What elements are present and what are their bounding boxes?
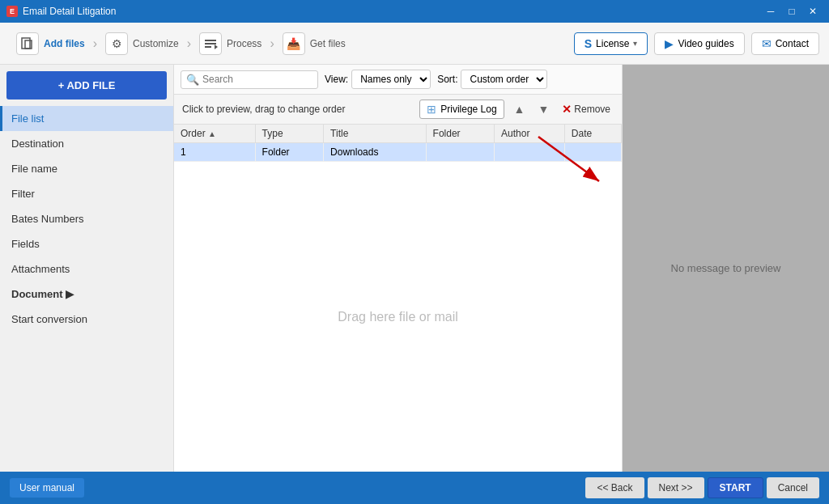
sort-label: Sort: <box>437 74 457 85</box>
navigation-buttons: << Back Next >> START Cancel <box>585 477 819 498</box>
contact-button[interactable]: ✉ Contact <box>751 32 819 55</box>
cell-order: 1 <box>174 143 255 162</box>
app-title: Email Detail Litigation <box>23 6 116 17</box>
move-down-button[interactable]: ▼ <box>534 101 552 117</box>
sidebar-item-document[interactable]: Document ▶ <box>0 282 173 307</box>
no-message-text: No message to preview <box>671 262 781 274</box>
svg-rect-4 <box>205 46 211 48</box>
video-guides-button[interactable]: ▶ Video guides <box>654 32 744 55</box>
sidebar-nav: File list Destination File name Filter B… <box>0 106 173 332</box>
col-order: Order ▲ <box>174 125 255 143</box>
view-select[interactable]: Names only All details <box>351 70 431 89</box>
remove-label: Remove <box>574 104 610 115</box>
view-select-group: View: Names only All details <box>325 70 431 89</box>
cancel-button[interactable]: Cancel <box>767 477 819 498</box>
sidebar-item-start-conversion[interactable]: Start conversion <box>0 307 173 332</box>
cell-author <box>495 143 565 162</box>
step-arrow-2: › <box>187 36 191 51</box>
video-icon: ▶ <box>665 37 674 50</box>
sidebar-item-bates-numbers[interactable]: Bates Numbers <box>0 206 173 231</box>
contact-icon: ✉ <box>762 37 772 50</box>
customize-icon: ⚙ <box>105 32 128 55</box>
svg-marker-5 <box>215 44 218 49</box>
view-label: View: <box>325 74 348 85</box>
file-table: Order ▲ Type Title Folder Author Date 1 … <box>174 125 622 162</box>
step-arrow-1: › <box>93 36 97 51</box>
sidebar-item-attachments[interactable]: Attachments <box>0 256 173 282</box>
license-button[interactable]: S License ▾ <box>574 32 648 55</box>
workflow-steps: Add files › ⚙ Customize › Process › 📥 Ge… <box>10 29 352 58</box>
license-icon: S <box>585 37 592 50</box>
app-icon: E <box>6 6 18 17</box>
next-button[interactable]: Next >> <box>648 477 704 498</box>
col-date: Date <box>564 125 621 143</box>
col-title: Title <box>324 125 427 143</box>
svg-rect-2 <box>205 40 216 41</box>
video-guides-label: Video guides <box>678 38 733 49</box>
step-process[interactable]: Process <box>193 29 268 58</box>
content-area: 🔍 View: Names only All details Sort: Cus… <box>174 65 829 472</box>
preview-panel: No message to preview <box>623 65 829 472</box>
step-add-files-label: Add files <box>44 38 85 49</box>
file-list-header: Click to preview, drag to change order ⊞… <box>174 95 622 125</box>
sidebar-item-fields[interactable]: Fields <box>0 231 173 256</box>
step-get-files-label: Get files <box>310 38 346 49</box>
remove-icon: ✕ <box>562 103 572 116</box>
add-files-icon <box>16 32 39 55</box>
back-button[interactable]: << Back <box>585 477 644 498</box>
step-process-label: Process <box>227 38 261 49</box>
window-controls: ─ □ ✕ <box>761 3 823 19</box>
cell-title: Downloads <box>324 143 427 162</box>
step-add-files[interactable]: Add files <box>10 29 91 58</box>
col-type: Type <box>255 125 324 143</box>
user-manual-button[interactable]: User manual <box>10 478 84 498</box>
privilege-log-button[interactable]: ⊞ Privilege Log <box>419 100 504 119</box>
svg-rect-0 <box>22 38 30 49</box>
sidebar-item-destination[interactable]: Destination <box>0 131 173 156</box>
step-arrow-3: › <box>270 36 274 51</box>
start-button[interactable]: START <box>708 477 763 498</box>
license-dropdown-arrow: ▾ <box>633 39 637 48</box>
toolbar: Add files › ⚙ Customize › Process › 📥 Ge… <box>0 23 829 65</box>
search-box[interactable]: 🔍 <box>181 70 318 89</box>
file-list-toolbar: 🔍 View: Names only All details Sort: Cus… <box>174 65 622 95</box>
table-row[interactable]: 1 Folder Downloads <box>174 143 622 162</box>
toolbar-buttons: S License ▾ ▶ Video guides ✉ Contact <box>574 32 819 55</box>
click-preview-text: Click to preview, drag to change order <box>182 104 413 115</box>
sidebar-item-file-name[interactable]: File name <box>0 156 173 181</box>
sidebar-item-file-list[interactable]: File list <box>0 106 173 131</box>
process-icon <box>199 32 222 55</box>
sort-select-group: Sort: Custom order By name By date <box>437 70 547 89</box>
close-button[interactable]: ✕ <box>803 3 823 19</box>
title-bar: E Email Detail Litigation ─ □ ✕ <box>0 0 829 23</box>
search-input[interactable] <box>202 74 312 85</box>
main-layout: + ADD FILE File list Destination File na… <box>0 65 829 472</box>
bottom-bar: User manual << Back Next >> START Cancel <box>0 472 829 504</box>
cell-type: Folder <box>255 143 324 162</box>
move-up-button[interactable]: ▲ <box>511 101 529 117</box>
cell-date <box>564 143 621 162</box>
svg-rect-3 <box>205 43 216 44</box>
svg-rect-1 <box>25 40 32 49</box>
minimize-button[interactable]: ─ <box>761 3 780 19</box>
table-header-row: Order ▲ Type Title Folder Author Date <box>174 125 622 143</box>
step-get-files[interactable]: 📥 Get files <box>276 29 352 58</box>
sidebar: + ADD FILE File list Destination File na… <box>0 65 174 472</box>
contact-label: Contact <box>776 38 809 49</box>
search-icon: 🔍 <box>186 74 199 86</box>
privilege-log-icon: ⊞ <box>427 103 436 116</box>
add-file-button[interactable]: + ADD FILE <box>6 71 167 100</box>
get-files-icon: 📥 <box>283 32 305 55</box>
sort-select[interactable]: Custom order By name By date <box>461 70 547 89</box>
maximize-button[interactable]: □ <box>782 3 801 19</box>
drag-text: Drag here file or mail <box>338 310 458 324</box>
sidebar-item-filter[interactable]: Filter <box>0 181 173 206</box>
privilege-log-label: Privilege Log <box>440 104 496 115</box>
file-list-panel: 🔍 View: Names only All details Sort: Cus… <box>174 65 623 472</box>
remove-button[interactable]: ✕ Remove <box>559 101 614 117</box>
step-customize-label: Customize <box>133 38 179 49</box>
drag-drop-area[interactable]: Drag here file or mail <box>174 162 622 472</box>
cell-folder <box>426 143 495 162</box>
step-customize[interactable]: ⚙ Customize <box>99 29 185 58</box>
col-folder: Folder <box>426 125 495 143</box>
